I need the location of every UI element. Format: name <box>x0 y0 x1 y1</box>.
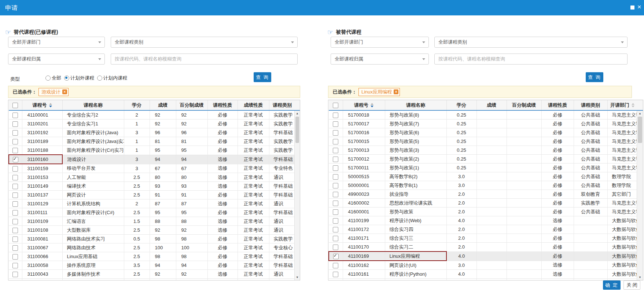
row-checkbox[interactable] <box>12 263 18 268</box>
table-row[interactable]: 31100043多媒体制作技术2.59292选修正常考试通识 <box>9 270 295 279</box>
table-row[interactable]: 31100081网络路由技术实习0.59898必修正常考试实践教学 <box>9 235 295 243</box>
scroll-down-icon[interactable]: ▼ <box>637 275 643 280</box>
row-checkbox[interactable] <box>333 157 338 162</box>
type-radio-计划外课程[interactable] <box>64 76 69 81</box>
table-row[interactable]: 51700011形势与政策(1)0.25必修公共基础马克思主义学院 <box>329 164 637 172</box>
table-row[interactable]: 31100188面向对象程序设计(C#)实习19595必修正常考试实践教学 <box>9 146 295 155</box>
sort-icon[interactable] <box>632 103 634 107</box>
table-row[interactable]: 31100066Linux应用基础2.59898必修正常考试学科基础 <box>9 252 295 261</box>
row-checkbox[interactable] <box>12 201 18 207</box>
table-row[interactable]: 50000001高等数学B(1)3.0必修公共基础数理学院 <box>329 181 637 190</box>
row-checkbox[interactable] <box>12 184 18 189</box>
row-checkbox[interactable] <box>12 121 18 127</box>
row-checkbox[interactable] <box>333 272 338 277</box>
right-search-input[interactable]: 按课程代码、课程名称模糊查询 <box>434 54 628 65</box>
row-checkbox[interactable] <box>333 113 338 118</box>
scrollbar-thumb[interactable] <box>638 117 642 143</box>
scroll-up-icon[interactable]: ▲ <box>637 111 643 116</box>
row-checkbox[interactable] <box>12 210 18 216</box>
table-row[interactable]: 51700017形势与政策(7)0.25必修公共基础马克思主义学院 <box>329 120 637 128</box>
row-checkbox[interactable] <box>333 165 338 171</box>
table-row[interactable]: 41100162网页设计(UI)3.0选修大数据与软件学院 <box>329 261 637 270</box>
row-checkbox[interactable] <box>333 218 338 224</box>
table-row[interactable]: 41100154大数据数据库技术3.0选修大数据与软件学院 <box>329 279 637 281</box>
row-checkbox[interactable] <box>333 192 338 197</box>
table-row[interactable]: 31100109汇编语言1.58888选修正常考试通识 <box>9 217 295 226</box>
row-checkbox[interactable] <box>12 228 18 233</box>
table-row[interactable]: 31100160游戏设计39494选修正常考试学科基础 <box>9 155 295 164</box>
row-checkbox[interactable] <box>12 219 18 224</box>
table-row[interactable]: 41100001专业综合实习229292必修正常考试实践教学 <box>9 110 295 120</box>
scroll-down-icon[interactable]: ▼ <box>295 275 300 280</box>
table-row[interactable]: 41100161程序设计(Python)4.0选修大数据与软件学院 <box>329 270 637 279</box>
row-checkbox[interactable] <box>333 174 338 180</box>
type-radio-计划内课程[interactable] <box>97 76 102 81</box>
right-dept-select[interactable]: 全部开课部门 <box>331 37 429 48</box>
type-radio-全部[interactable] <box>45 76 51 81</box>
table-row[interactable]: 31100149编译技术2.59393选修正常考试学科基础 <box>9 182 295 191</box>
right-belong-select[interactable]: 全部课程归属 <box>331 54 429 65</box>
column-header[interactable]: 课程号 <box>22 100 62 110</box>
row-checkbox[interactable] <box>12 113 18 118</box>
table-row[interactable]: 31100192面向对象程序设计(Java)39696必修正常考试学科基础 <box>9 128 295 137</box>
row-checkbox[interactable] <box>333 130 338 136</box>
row-checkbox[interactable] <box>333 121 338 127</box>
table-row[interactable]: 31100137网页设计2.59191必修正常考试学科基础 <box>9 191 295 199</box>
table-row[interactable]: 41600001形势与政策2.0必修公共基础马克思主义学院 <box>329 208 637 216</box>
column-header[interactable]: 课程号 <box>343 100 385 110</box>
row-checkbox[interactable] <box>333 254 339 259</box>
table-row[interactable]: 50000515高等数学B(2)3.0必修公共基础数理学院 <box>329 172 637 181</box>
table-row[interactable]: 31100159移动平台开发36767选修正常考试专业特色 <box>9 164 295 173</box>
table-row[interactable]: 51700012形势与政策(2)0.25必修公共基础马克思主义学院 <box>329 155 637 164</box>
scroll-up-icon[interactable]: ▲ <box>295 111 300 116</box>
table-row[interactable]: 41100171综合实习三2.0必修大数据与软件学院 <box>329 234 637 243</box>
sort-icon[interactable] <box>49 103 52 107</box>
row-checkbox[interactable] <box>12 139 18 144</box>
row-checkbox[interactable] <box>333 263 338 268</box>
row-checkbox[interactable] <box>333 183 338 188</box>
row-checkbox[interactable] <box>12 192 18 198</box>
row-checkbox[interactable] <box>333 236 338 241</box>
table-row[interactable]: 41100170综合实习二2.0必修大数据与软件学院 <box>329 243 637 252</box>
table-row[interactable]: 41100199程序设计(Web)4.0选修大数据与软件学院 <box>329 216 637 225</box>
left-dept-select[interactable]: 全部开课部门 <box>8 37 105 48</box>
left-query-button[interactable]: 查 询 <box>254 72 271 82</box>
confirm-button[interactable]: 确 定 <box>603 280 621 290</box>
table-row[interactable]: 31100067网络路由技术2.5100100必修正常考试专业核心 <box>9 243 295 252</box>
row-checkbox[interactable] <box>12 166 18 172</box>
scrollbar-thumb[interactable] <box>295 117 299 143</box>
row-checkbox[interactable] <box>12 148 18 153</box>
row-checkbox[interactable] <box>12 245 18 251</box>
row-checkbox[interactable] <box>333 139 338 144</box>
row-checkbox[interactable] <box>333 227 338 232</box>
table-row[interactable]: 31100111面向对象程序设计(C#)2.59595必修正常考试学科基础 <box>9 208 295 217</box>
row-checkbox[interactable] <box>12 130 18 136</box>
table-row[interactable]: 31100129计算机系统结构28787选修正常考试通识 <box>9 199 295 208</box>
row-checkbox[interactable] <box>12 175 18 180</box>
left-search-input[interactable]: 按课程代码、课程名称模糊查询 <box>111 54 298 65</box>
table-row[interactable]: 31100108大型数据库2.59292选修正常考试通识 <box>9 226 295 235</box>
row-checkbox[interactable] <box>12 272 18 277</box>
select-all-header[interactable] <box>9 100 22 110</box>
row-checkbox[interactable] <box>13 157 18 162</box>
table-row[interactable]: 31100189面向对象程序设计(Java)实习18181必修正常考试实践教学 <box>9 137 295 146</box>
row-checkbox[interactable] <box>12 254 18 260</box>
remove-tag-icon[interactable]: × <box>394 89 398 94</box>
row-checkbox[interactable] <box>333 209 338 215</box>
table-row[interactable]: 41100169Linux应用编程4.0必修大数据与软件学院 <box>329 252 637 261</box>
table-row[interactable]: 51700015形势与政策(5)0.25必修公共基础马克思主义学院 <box>329 137 637 146</box>
table-row[interactable]: 31100201专业综合实习119292必修正常考试实践教学 <box>9 120 295 128</box>
dialog-close-button[interactable]: 关 闭 <box>623 280 640 290</box>
table-row[interactable]: 49900023就业指导2.0必修双创教育其它部门 <box>329 190 637 199</box>
select-all-header[interactable] <box>329 100 343 110</box>
table-row[interactable] <box>9 279 295 281</box>
table-row[interactable]: 51700018形势与政策(8)0.25必修公共基础马克思主义学院 <box>329 110 637 120</box>
close-icon[interactable]: ✕ <box>637 4 641 10</box>
table-row[interactable]: 41100172综合实习四2.0必修大数据与软件学院 <box>329 225 637 234</box>
table-row[interactable]: 31100153人工智能2.58080选修正常考试通识 <box>9 173 295 182</box>
table-row[interactable]: 51700016形势与政策(6)0.25必修公共基础马克思主义学院 <box>329 128 637 137</box>
minimize-icon[interactable] <box>630 5 634 10</box>
left-category-select[interactable]: 全部课程类别 <box>111 37 298 48</box>
remove-tag-icon[interactable]: × <box>62 89 67 94</box>
right-query-button[interactable]: 查 询 <box>586 72 603 82</box>
